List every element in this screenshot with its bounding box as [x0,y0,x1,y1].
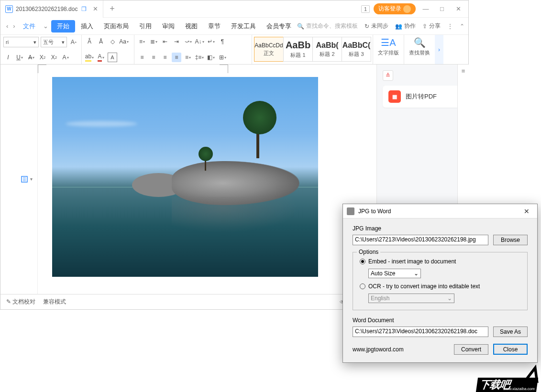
align-left-icon[interactable]: ≡ [137,53,147,62]
find-replace-button[interactable]: 🔍查找替换 [407,37,432,56]
menu-back-icon[interactable]: ‹ [4,22,10,30]
ocr-radio[interactable] [360,283,365,289]
subscript-icon[interactable]: X2 [49,53,59,62]
text-layout-group: ☰A文字排版 [373,35,404,64]
word-path-input[interactable]: C:\Users\27213\Videos\2013062320262198.d… [353,327,488,337]
show-marks-icon[interactable]: ¶ [218,37,227,46]
ocr-radio-row[interactable]: OCR - try to convert image into editable… [360,283,520,290]
clear-format-icon[interactable]: ◇ [108,37,117,46]
line-break-icon[interactable]: ↵ [206,37,216,46]
more-icon[interactable]: ⋮ [447,23,453,30]
vendor-url[interactable]: www.jpgtoword.com [353,346,404,353]
menu-file[interactable]: 文件 [18,20,40,33]
menu-member[interactable]: 会员专享 [262,20,296,33]
new-tab-button[interactable]: + [103,4,121,14]
align-right-icon[interactable]: ≡ [160,53,170,62]
strike-icon[interactable]: A̶ [26,53,36,62]
size-select[interactable]: Auto Size⌄ [368,269,421,278]
sync-icon: ↻ [364,23,369,30]
font-size-select[interactable]: 五号▾ [41,37,67,47]
font-color-icon[interactable]: A [96,53,106,62]
distribute-icon[interactable]: ≡ [183,53,193,62]
jpg-path-input[interactable]: C:\Users\27213\Videos\2013062320262198.j… [353,235,488,245]
align-center-icon[interactable]: ≡ [149,53,158,62]
font-group-2: Â Ǎ ◇ Aa ab A A [82,35,134,64]
collab-icon: 👥 [395,23,402,30]
menu-start[interactable]: 开始 [51,20,75,33]
shading-icon[interactable]: ◧ [206,53,216,62]
embed-radio[interactable] [360,259,365,264]
menu-review[interactable]: 审阅 [157,20,179,33]
borders-icon[interactable]: ⊞ [218,53,227,62]
dialog-close-icon[interactable]: ✕ [520,207,533,215]
style-heading1[interactable]: AaBb标题 1 [283,37,313,62]
grow-font-icon[interactable]: A+ [69,37,78,47]
change-case-icon[interactable]: Aa [119,37,129,46]
tab-count-badge[interactable]: 1 [361,5,370,13]
font-name-select[interactable]: ri▾ [3,37,39,47]
text-effect-icon[interactable]: A [61,53,70,62]
sort-icon[interactable]: A↓ [195,37,204,46]
collab-button[interactable]: 👥协作 [395,22,416,30]
justify-icon[interactable]: ≡ [172,53,181,62]
side-icon-1[interactable]: ≡ [462,67,465,75]
style-gallery[interactable]: AaBbCcDd正文 AaBb标题 1 AaBb(标题 2 AaBbC(标题 3 [254,37,371,62]
menu-devtools[interactable]: 开发工具 [226,20,261,33]
bullets-icon[interactable]: ≡ [137,37,147,46]
underline-icon[interactable]: U [15,53,24,62]
share-button[interactable]: ⇪分享 [422,22,441,30]
save-as-button[interactable]: Save As [493,327,528,337]
menu-references[interactable]: 引用 [134,20,156,33]
image-to-pdf-card[interactable]: ▦ 图片转PDF [383,86,463,108]
document-tab[interactable]: W 2013062320262198.doc ❐ ✕ [0,0,103,18]
menu-forward-icon[interactable]: › [11,22,17,30]
collapse-ribbon-icon[interactable]: ⌃ [460,23,464,30]
pane-header-icon[interactable]: ≙ [383,70,393,81]
chevron-down-icon: ▾ [62,39,65,45]
embedded-image[interactable] [52,77,318,277]
convert-button[interactable]: Convert [454,344,488,355]
file-chevron-icon[interactable]: ⌄ [41,22,50,30]
char-border-icon[interactable]: A [108,53,117,62]
sync-button[interactable]: ↻未同步 [364,22,388,30]
shrink-font-icon[interactable]: Ǎ [96,37,106,46]
guest-login-button[interactable]: 访客登录 [374,3,416,14]
menu-page-layout[interactable]: 页面布局 [99,20,133,33]
line-spacing-icon[interactable]: ‡≡ [195,53,204,62]
italic-icon[interactable]: I [3,53,13,62]
menu-view[interactable]: 视图 [180,20,202,33]
command-search[interactable]: 🔍 查找命令、搜索模板 [297,22,358,30]
search-icon: 🔍 [297,23,304,30]
menu-insert[interactable]: 插入 [76,20,98,33]
numbering-icon[interactable]: ≣ [149,37,158,46]
increase-indent-icon[interactable]: ⇥ [172,37,181,46]
chevron-down-icon: ▾ [33,39,36,45]
superscript-icon[interactable]: X2 [38,53,47,62]
maximize-button[interactable]: □ [436,3,448,15]
document-page[interactable] [38,65,376,294]
dialog-titlebar[interactable]: JPG to Word ✕ [343,204,537,218]
menu-chapter[interactable]: 章节 [203,20,225,33]
asian-layout-icon[interactable]: ⤻ [183,37,193,46]
style-heading2[interactable]: AaBb(标题 2 [312,37,342,62]
outline-icon[interactable] [20,174,29,184]
tab-close-icon[interactable]: ✕ [93,5,98,12]
browse-button[interactable]: Browse [493,235,528,245]
grow-font-icon[interactable]: Â [85,37,94,46]
text-layout-button[interactable]: ☰A文字排版 [376,37,401,56]
jpg-image-label: JPG Image [353,225,528,232]
tab-window-icon[interactable]: ❐ [81,6,88,12]
chevron-down-icon: ⌄ [414,270,419,277]
close-button[interactable]: Close [493,344,528,355]
decrease-indent-icon[interactable]: ⇤ [160,37,170,46]
style-normal[interactable]: AaBbCcDd正文 [254,37,284,62]
minimize-button[interactable]: — [420,3,432,15]
embed-radio-row[interactable]: Embed - insert image to document [360,258,520,265]
close-window-button[interactable]: ✕ [452,3,464,15]
highlight-icon[interactable]: ab [85,53,94,62]
pdf-card-label: 图片转PDF [406,92,437,101]
style-heading3[interactable]: AaBbC(标题 3 [342,37,371,62]
chevron-down-icon[interactable]: ▾ [30,176,33,182]
ribbon-expand-button[interactable]: › [435,35,443,64]
proofread-button[interactable]: ✎ 文档校对 [6,298,35,306]
